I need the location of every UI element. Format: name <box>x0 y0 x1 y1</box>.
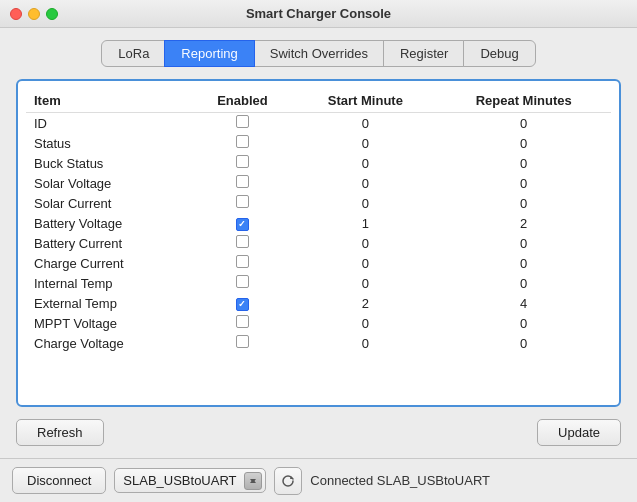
cell-repeat-minutes: 0 <box>436 253 611 273</box>
tab-register[interactable]: Register <box>383 40 465 67</box>
cell-enabled[interactable] <box>191 293 295 313</box>
cell-enabled[interactable] <box>191 213 295 233</box>
cell-repeat-minutes: 0 <box>436 133 611 153</box>
checkbox[interactable] <box>236 195 249 208</box>
checkbox[interactable] <box>236 298 249 311</box>
cell-item: Status <box>26 133 191 153</box>
cell-start-minute: 0 <box>294 133 436 153</box>
cell-enabled[interactable] <box>191 193 295 213</box>
cell-start-minute: 0 <box>294 313 436 333</box>
table-row: Charge Current00 <box>26 253 611 273</box>
cell-repeat-minutes: 0 <box>436 273 611 293</box>
table-row: Battery Current00 <box>26 233 611 253</box>
checkbox[interactable] <box>236 235 249 248</box>
cell-enabled[interactable] <box>191 113 295 134</box>
cell-repeat-minutes: 2 <box>436 213 611 233</box>
checkbox[interactable] <box>236 275 249 288</box>
refresh-button[interactable]: Refresh <box>16 419 104 446</box>
maximize-button[interactable] <box>46 8 58 20</box>
cell-item: Solar Voltage <box>26 173 191 193</box>
cell-enabled[interactable] <box>191 153 295 173</box>
title-bar-buttons <box>10 8 58 20</box>
cell-start-minute: 0 <box>294 333 436 353</box>
tab-reporting[interactable]: Reporting <box>164 40 254 67</box>
col-enabled: Enabled <box>191 89 295 113</box>
cell-repeat-minutes: 0 <box>436 173 611 193</box>
port-select[interactable]: SLAB_USBtoUART <box>114 468 266 493</box>
cell-item: Buck Status <box>26 153 191 173</box>
title-bar: Smart Charger Console <box>0 0 637 28</box>
cell-repeat-minutes: 0 <box>436 233 611 253</box>
table-row: Solar Current00 <box>26 193 611 213</box>
cell-repeat-minutes: 0 <box>436 113 611 134</box>
cell-item: Battery Current <box>26 233 191 253</box>
cell-repeat-minutes: 0 <box>436 313 611 333</box>
tab-debug[interactable]: Debug <box>463 40 535 67</box>
main-content: LoRa Reporting Switch Overrides Register… <box>0 28 637 502</box>
cell-repeat-minutes: 4 <box>436 293 611 313</box>
cell-enabled[interactable] <box>191 313 295 333</box>
window-title: Smart Charger Console <box>246 6 391 21</box>
disconnect-button[interactable]: Disconnect <box>12 467 106 494</box>
cell-start-minute: 0 <box>294 173 436 193</box>
cell-item: Internal Temp <box>26 273 191 293</box>
col-start-minute: Start Minute <box>294 89 436 113</box>
table-row: Buck Status00 <box>26 153 611 173</box>
cell-start-minute: 0 <box>294 193 436 213</box>
cell-enabled[interactable] <box>191 253 295 273</box>
cell-start-minute: 2 <box>294 293 436 313</box>
cell-start-minute: 0 <box>294 153 436 173</box>
table-row: Battery Voltage12 <box>26 213 611 233</box>
cell-repeat-minutes: 0 <box>436 153 611 173</box>
tab-bar: LoRa Reporting Switch Overrides Register… <box>16 40 621 67</box>
checkbox[interactable] <box>236 175 249 188</box>
cell-enabled[interactable] <box>191 133 295 153</box>
status-bar: Disconnect SLAB_USBtoUART Connected SLAB… <box>0 458 637 502</box>
table-row: MPPT Voltage00 <box>26 313 611 333</box>
table-row: External Temp24 <box>26 293 611 313</box>
minimize-button[interactable] <box>28 8 40 20</box>
tab-lora[interactable]: LoRa <box>101 40 166 67</box>
cell-item: External Temp <box>26 293 191 313</box>
bottom-buttons: Refresh Update <box>16 419 621 446</box>
cell-item: Charge Voltage <box>26 333 191 353</box>
cell-item: ID <box>26 113 191 134</box>
col-item: Item <box>26 89 191 113</box>
reporting-table: Item Enabled Start Minute Repeat Minutes… <box>26 89 611 353</box>
tab-switch-overrides[interactable]: Switch Overrides <box>253 40 385 67</box>
table-row: Status00 <box>26 133 611 153</box>
cell-repeat-minutes: 0 <box>436 333 611 353</box>
cell-repeat-minutes: 0 <box>436 193 611 213</box>
checkbox[interactable] <box>236 255 249 268</box>
checkbox[interactable] <box>236 155 249 168</box>
col-repeat-minutes: Repeat Minutes <box>436 89 611 113</box>
table-row: Solar Voltage00 <box>26 173 611 193</box>
table-row: Internal Temp00 <box>26 273 611 293</box>
update-button[interactable]: Update <box>537 419 621 446</box>
cell-start-minute: 0 <box>294 113 436 134</box>
refresh-icon-button[interactable] <box>274 467 302 495</box>
cell-item: Charge Current <box>26 253 191 273</box>
cell-item: Solar Current <box>26 193 191 213</box>
status-text: Connected SLAB_USBtoUART <box>310 473 490 488</box>
close-button[interactable] <box>10 8 22 20</box>
checkbox[interactable] <box>236 315 249 328</box>
cell-start-minute: 0 <box>294 253 436 273</box>
cell-start-minute: 0 <box>294 233 436 253</box>
reporting-table-container: Item Enabled Start Minute Repeat Minutes… <box>16 79 621 407</box>
cell-enabled[interactable] <box>191 333 295 353</box>
cell-enabled[interactable] <box>191 173 295 193</box>
cell-start-minute: 1 <box>294 213 436 233</box>
cell-enabled[interactable] <box>191 273 295 293</box>
cell-item: Battery Voltage <box>26 213 191 233</box>
checkbox[interactable] <box>236 218 249 231</box>
checkbox[interactable] <box>236 115 249 128</box>
checkbox[interactable] <box>236 335 249 348</box>
cell-start-minute: 0 <box>294 273 436 293</box>
table-row: Charge Voltage00 <box>26 333 611 353</box>
port-select-wrapper: SLAB_USBtoUART <box>114 468 266 493</box>
table-row: ID00 <box>26 113 611 134</box>
cell-enabled[interactable] <box>191 233 295 253</box>
checkbox[interactable] <box>236 135 249 148</box>
cell-item: MPPT Voltage <box>26 313 191 333</box>
